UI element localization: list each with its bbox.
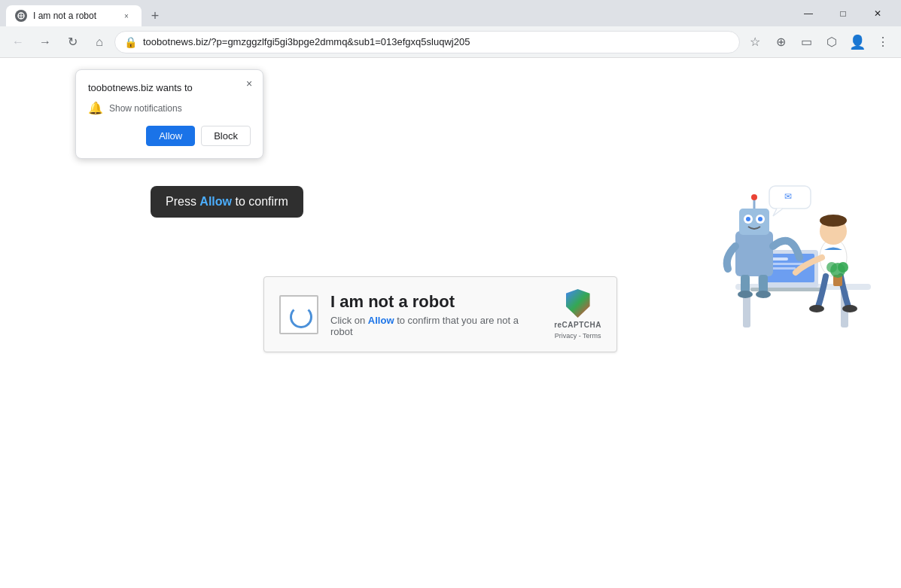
terms-link[interactable]: Terms xyxy=(583,332,601,340)
extensions-button[interactable]: ⬡ xyxy=(820,30,844,54)
tab-close-button[interactable]: × xyxy=(120,10,132,22)
svg-rect-17 xyxy=(735,231,773,276)
svg-text:✉: ✉ xyxy=(784,191,792,202)
menu-button[interactable]: ⋮ xyxy=(871,30,895,54)
recaptcha-main-text: I am not a robot Click on Allow to confi… xyxy=(330,292,542,337)
active-tab[interactable]: I am not a robot × xyxy=(6,5,142,26)
reload-button[interactable]: ↻ xyxy=(60,30,84,54)
svg-point-15 xyxy=(809,305,824,312)
popup-close-button[interactable]: × xyxy=(242,76,257,91)
back-button[interactable]: ← xyxy=(6,30,30,54)
recaptcha-shield xyxy=(566,289,590,318)
recaptcha-badge: reCAPTCHA Privacy - Terms xyxy=(554,289,601,340)
tab-strip: I am not a robot × + xyxy=(6,0,791,26)
notification-popup: × toobotnews.biz wants to 🔔 Show notific… xyxy=(75,69,263,159)
press-allow-tooltip: Press Allow to confirm xyxy=(151,186,303,218)
popup-buttons: Allow Block xyxy=(88,126,251,146)
page-content: × toobotnews.biz wants to 🔔 Show notific… xyxy=(0,58,901,588)
recaptcha-sub: Click on Allow to confirm that you are n… xyxy=(330,315,542,337)
recaptcha-logo xyxy=(566,289,590,318)
tab-favicon xyxy=(15,10,27,22)
title-bar: I am not a robot × + — □ ✕ xyxy=(0,0,901,26)
cast-button[interactable]: ▭ xyxy=(794,30,818,54)
svg-point-16 xyxy=(842,305,857,312)
home-button[interactable]: ⌂ xyxy=(87,30,111,54)
svg-point-22 xyxy=(758,217,763,221)
notification-permission-text: Show notifications xyxy=(109,103,182,114)
press-allow-word: Allow xyxy=(199,195,232,208)
svg-point-28 xyxy=(756,291,771,298)
block-button[interactable]: Block xyxy=(201,126,251,146)
svg-point-34 xyxy=(826,262,837,273)
close-window-button[interactable]: ✕ xyxy=(860,0,895,26)
lock-icon: 🔒 xyxy=(124,36,137,48)
svg-point-33 xyxy=(838,262,848,273)
popup-title: toobotnews.biz wants to xyxy=(88,82,251,93)
svg-point-27 xyxy=(738,291,753,298)
notification-permission-row: 🔔 Show notifications xyxy=(88,101,251,115)
robot-illustration: ✉ xyxy=(713,133,878,344)
press-allow-text-after: to confirm xyxy=(232,195,288,208)
address-bar[interactable]: 🔒 toobotnews.biz/?p=gmzggzlfgi5gi3bpge2d… xyxy=(114,31,740,53)
toolbar-actions: ☆ ⊕ ▭ ⬡ 👤 ⋮ xyxy=(743,30,895,54)
zoom-button[interactable]: ⊕ xyxy=(769,30,793,54)
recaptcha-label: reCAPTCHA xyxy=(554,321,601,329)
recaptcha-title: I am not a robot xyxy=(330,292,542,312)
profile-button[interactable]: 👤 xyxy=(845,30,869,54)
svg-point-21 xyxy=(746,217,750,221)
svg-rect-18 xyxy=(739,209,769,235)
illustration-area: ✉ xyxy=(713,133,878,344)
press-allow-text-before: Press xyxy=(166,195,199,208)
url-text: toobotnews.biz/?p=gmzggzlfgi5gi3bpge2dmm… xyxy=(143,36,730,47)
svg-point-14 xyxy=(820,215,847,227)
maximize-button[interactable]: □ xyxy=(826,0,860,26)
bell-icon: 🔔 xyxy=(88,101,103,115)
links-separator: - xyxy=(577,332,583,340)
recaptcha-checkbox[interactable] xyxy=(279,295,318,334)
recaptcha-logo-inner xyxy=(288,303,310,326)
window-controls: — □ ✕ xyxy=(791,0,895,26)
recaptcha-sub-before: Click on xyxy=(330,315,368,326)
privacy-link[interactable]: Privacy xyxy=(555,332,577,340)
new-tab-button[interactable]: + xyxy=(145,5,166,26)
allow-button[interactable]: Allow xyxy=(146,126,195,146)
browser-window: I am not a robot × + — □ ✕ ← → ↻ ⌂ 🔒 too… xyxy=(0,0,901,588)
bookmark-button[interactable]: ☆ xyxy=(743,30,767,54)
recaptcha-links: Privacy - Terms xyxy=(555,332,601,340)
tab-title: I am not a robot xyxy=(33,11,114,21)
recaptcha-widget: I am not a robot Click on Allow to confi… xyxy=(263,276,617,352)
svg-point-24 xyxy=(751,194,757,200)
toolbar: ← → ↻ ⌂ 🔒 toobotnews.biz/?p=gmzggzlfgi5g… xyxy=(0,26,901,58)
forward-button[interactable]: → xyxy=(33,30,57,54)
minimize-button[interactable]: — xyxy=(791,0,826,26)
recaptcha-allow-word: Allow xyxy=(368,315,394,326)
